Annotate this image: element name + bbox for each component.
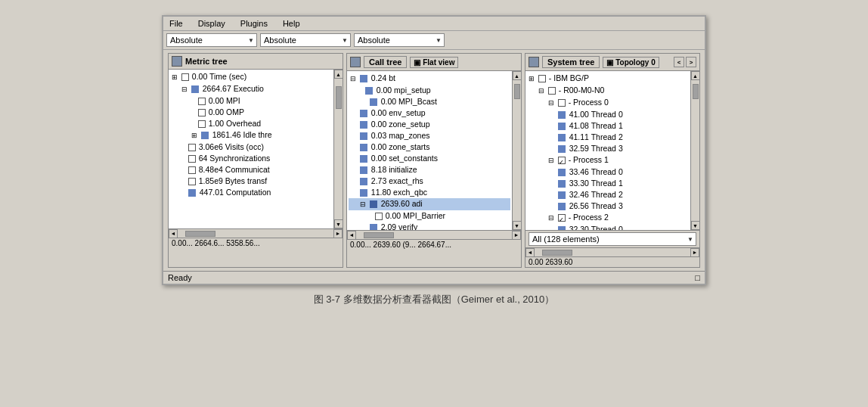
call-tree-nodes: ⊟ 0.24 bt 0.00 mpi_setup 0.00	[347, 71, 521, 230]
tree-node: ⊞ 1861.46 Idle thre	[170, 129, 332, 141]
tree-node: 0.00 zone_setup	[349, 119, 510, 130]
call-tree-title[interactable]: Call tree	[364, 56, 407, 68]
scroll-down-btn[interactable]: ▼	[691, 221, 700, 230]
nav-next-btn[interactable]: >	[686, 57, 696, 67]
tree-node: 41.11 Thread 2	[527, 132, 689, 143]
scroll-thumb[interactable]	[336, 86, 342, 109]
metric-tree-valuebar: 0.00... 2664.6... 5358.56...	[169, 238, 343, 248]
tree-node: 32.46 Thread 2	[527, 189, 689, 200]
scroll-left-btn[interactable]: ◄	[347, 231, 356, 240]
tree-node: 2.09 verify	[349, 222, 510, 230]
filter-select[interactable]: All (128 elements)	[529, 232, 696, 246]
tree-node: 0.00 set_constants	[349, 153, 510, 164]
tree-node: 41.00 Thread 0	[527, 109, 689, 120]
system-tree-scrollbar-h[interactable]: ◄ ►	[525, 247, 699, 256]
menu-plugins[interactable]: Plugins	[237, 18, 271, 29]
metric-tree-content: ⊞ 0.00 Time (sec) ⊟ 2664.67 Executio	[169, 70, 343, 228]
tree-node: 64 Synchronizations	[170, 153, 332, 164]
system-tree-header: System tree ▣ Topology 0 < >	[525, 54, 699, 71]
system-tree-content: ⊞ - IBM BG/P ⊟ - R00-M0-N0 ⊟	[525, 71, 699, 230]
scroll-h-track	[535, 249, 690, 256]
call-tree-scrollbar-h[interactable]: ◄ ►	[347, 230, 521, 239]
call-tree-panel: Call tree ▣ Flat view ⊟ 0.24 bt 0.00 mpi…	[346, 53, 522, 268]
scroll-right-btn[interactable]: ►	[690, 248, 699, 257]
scroll-up-btn[interactable]: ▲	[691, 71, 700, 80]
tree-node: 1.85e9 Bytes transf	[170, 176, 332, 187]
scroll-thumb[interactable]	[693, 84, 699, 99]
menu-display[interactable]: Display	[195, 18, 228, 29]
tree-node: 11.80 exch_qbc	[349, 187, 510, 198]
metric-tree-nodes: ⊞ 0.00 Time (sec) ⊟ 2664.67 Executio	[169, 70, 343, 200]
tree-node: 0.00 zone_starts	[349, 141, 510, 153]
nav-btns: < >	[674, 57, 696, 67]
call-tree-header: Call tree ▣ Flat view	[347, 54, 521, 71]
metric-tree-header: Metric tree	[169, 54, 343, 70]
tree-node: 0.00 OMP	[170, 107, 332, 118]
scroll-track	[335, 79, 343, 219]
menu-help[interactable]: Help	[280, 18, 303, 29]
metric-tree-scrollbar-h[interactable]: ◄ ►	[169, 228, 343, 238]
tree-node: 0.03 map_zones	[349, 130, 510, 141]
tree-node-selected[interactable]: ⊟ 2639.60 adi	[349, 198, 510, 210]
flat-view-btn[interactable]: ▣ Flat view	[410, 57, 458, 68]
scroll-left-btn[interactable]: ◄	[525, 248, 535, 257]
scroll-up-btn[interactable]: ▲	[513, 71, 522, 80]
system-tree-icon	[529, 57, 539, 67]
tree-node: 0.00 env_setup	[349, 107, 510, 119]
call-tree-status: 0.00... 2639.60 (9... 2664.67...	[350, 241, 451, 249]
metric-tree-status: 0.00... 2664.6... 5358.56...	[172, 239, 260, 247]
scroll-right-btn[interactable]: ►	[512, 231, 521, 240]
app-statusbar: Ready □	[163, 271, 705, 284]
tree-node: 0.00 mpi_setup	[349, 85, 510, 96]
tree-node: 33.46 Thread 0	[527, 166, 689, 178]
tree-node: ⊞ - IBM BG/P	[527, 73, 689, 85]
call-tree-scrollbar-v[interactable]: ▲ ▼	[512, 71, 521, 230]
system-tree-nodes: ⊞ - IBM BG/P ⊟ - R00-M0-N0 ⊟	[525, 71, 699, 230]
nav-prev-btn[interactable]: <	[674, 57, 684, 67]
scroll-h-thumb[interactable]	[542, 250, 572, 256]
tree-node: 41.08 Thread 1	[527, 120, 689, 132]
tree-node: ⊞ 0.00 Time (sec)	[170, 71, 332, 83]
system-tree-title[interactable]: System tree	[542, 56, 600, 68]
scroll-down-btn[interactable]: ▼	[513, 221, 522, 230]
metric-tree-scrollbar-v[interactable]: ▲ ▼	[333, 70, 343, 228]
tree-node: 3.06e6 Visits (occ)	[170, 141, 332, 153]
dropdown-2-select[interactable]: Absolute Relative	[260, 33, 351, 47]
status-icon[interactable]: □	[695, 273, 700, 282]
menu-file[interactable]: File	[166, 18, 186, 29]
scroll-h-track	[178, 230, 333, 238]
scroll-h-thumb[interactable]	[185, 231, 215, 237]
dropdown-1-select[interactable]: Absolute Relative	[166, 33, 257, 47]
tree-node: 8.18 initialize	[349, 164, 510, 176]
scroll-down-btn[interactable]: ▼	[334, 219, 343, 228]
dropdown-3-select[interactable]: Absolute Relative	[354, 33, 445, 47]
tree-node: 447.01 Computation	[170, 187, 332, 198]
system-tree-status: 0.00 2639.60	[529, 258, 572, 266]
panels-row: Metric tree ⊞ 0.00 Time (sec) ⊟ 2664.67 …	[163, 50, 705, 271]
system-tree-scrollbar-v[interactable]: ▲ ▼	[690, 71, 699, 230]
dropdown-3[interactable]: Absolute Relative	[354, 33, 445, 47]
scroll-h-track	[356, 231, 512, 239]
tree-node: 33.30 Thread 1	[527, 178, 689, 189]
tree-node: ⊟ - Process 0	[527, 97, 689, 109]
call-tree-valuebar: 0.00... 2639.60 (9... 2664.67...	[347, 239, 521, 250]
scroll-thumb[interactable]	[514, 84, 520, 99]
scroll-up-btn[interactable]: ▲	[334, 70, 343, 79]
status-text: Ready	[168, 273, 192, 282]
tree-node: ⊟ - Process 1	[527, 154, 689, 166]
topology-tab-btn[interactable]: ▣ Topology 0	[603, 57, 659, 68]
tree-node: 8.48e4 Communicat	[170, 164, 332, 176]
tree-node: 32.30 Thread 0	[527, 224, 689, 230]
scroll-right-btn[interactable]: ►	[333, 229, 343, 238]
tree-node: 32.59 Thread 3	[527, 143, 689, 154]
scroll-track	[692, 80, 699, 221]
scroll-left-btn[interactable]: ◄	[169, 229, 178, 238]
scroll-h-thumb[interactable]	[364, 232, 394, 238]
dropdown-1[interactable]: Absolute Relative	[166, 33, 257, 47]
tree-node: 0.00 MPI_Bcast	[349, 96, 510, 107]
dropdown-2[interactable]: Absolute Relative	[260, 33, 351, 47]
metric-tree-icon	[172, 56, 182, 67]
tree-node: ⊟ 2664.67 Executio	[170, 83, 332, 95]
system-tree-valuebar: 0.00 2639.60	[525, 256, 699, 267]
caption: 图 3-7 多维数据分析查看器截图（Geimer et al., 2010）	[314, 293, 555, 306]
